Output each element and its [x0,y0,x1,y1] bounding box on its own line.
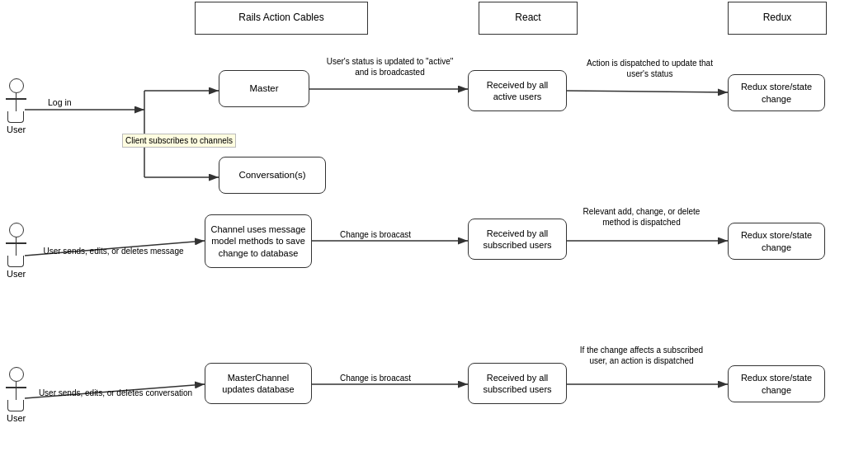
svg-line-6 [567,91,728,92]
actor-1-head [9,78,24,93]
actor-1-leg-right [16,111,24,123]
actor-3: User [7,367,26,423]
actor-2-body [16,237,17,256]
actor-1-legs [8,111,25,123]
channel-box: Channel uses message model methods to sa… [205,214,312,268]
react-header: React [479,2,578,35]
actor-1-arms [6,98,26,100]
redux-state2-box: Redux store/state change [728,223,825,260]
actor-3-body [16,382,17,400]
actor-2-leg-left [7,256,16,267]
broadcasted-label: User's status is updated to "active" and… [322,56,458,78]
if-change-label: If the change affects a subscribed user,… [578,345,705,366]
actor-3-legs [8,400,25,411]
actor-1-body [16,93,17,111]
actor-2-leg-right [16,256,24,267]
actor-3-leg-left [7,400,16,411]
actor-1: User [7,78,26,134]
broadcast2-label: Change is broacast [326,373,425,383]
redux-header: Redux [728,2,827,35]
actor-3-head [9,367,24,382]
broadcast-label: Change is broacast [326,229,425,240]
subscribe-label: Client subscribes to channels [122,134,236,148]
received-subscribed-box: Received by all subscribed users [468,219,567,260]
redux-state1-box: Redux store/state change [728,74,825,111]
master-box: Master [219,70,309,107]
redux-state3-box: Redux store/state change [728,365,825,402]
actor-1-leg-left [7,111,16,123]
actor-3-label: User [7,413,26,423]
conversation-box: Conversation(s) [219,157,326,194]
master-channel-box: MasterChannel updates database [205,363,312,404]
actor-2-head [9,223,24,237]
login-label: Log in [48,97,72,109]
actor-2-legs [8,256,25,267]
received-active-box: Received by all active users [468,70,567,111]
user-sends-label: User sends, edits, or deletes message [29,246,198,256]
relevant-label: Relevant add, change, or delete method i… [578,206,705,228]
actor-2: User [7,223,26,279]
received-subscribed2-box: Received by all subscribed users [468,363,567,404]
action-dispatched-label: Action is dispatched to update that user… [586,58,714,79]
actor-1-label: User [7,125,26,134]
actor-2-arms [6,242,26,244]
rails-header: Rails Action Cables [195,2,368,35]
actor-3-arms [6,387,26,388]
user-sends2-label: User sends, edits, or deletes conversati… [29,388,202,398]
diagram: Rails Action Cables React Redux User Mas… [0,0,868,456]
actor-2-label: User [7,269,26,279]
actor-3-leg-right [16,400,24,411]
